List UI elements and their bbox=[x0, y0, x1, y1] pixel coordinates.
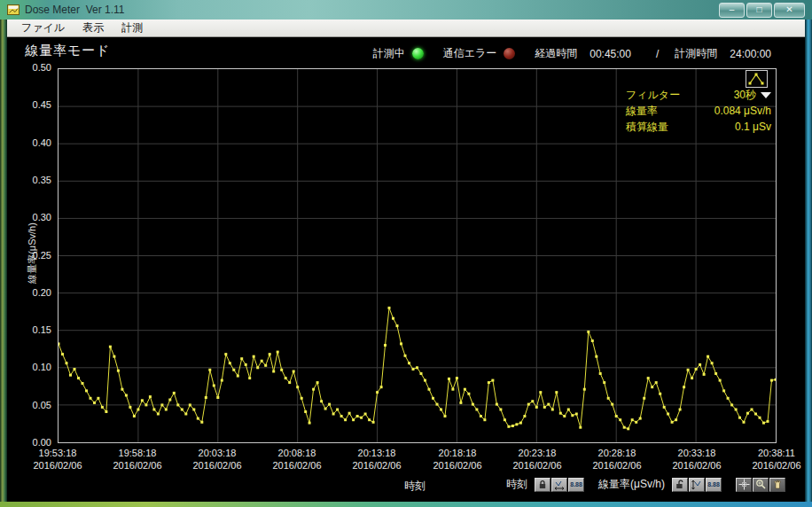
crosshair-icon bbox=[738, 479, 750, 490]
y-scale-label: 線量率(μSv/h) bbox=[598, 477, 665, 492]
total-time-value: 24:00:00 bbox=[730, 48, 771, 60]
close-button[interactable]: ✕ bbox=[774, 3, 805, 18]
status-row: 計測中 通信エラー 経過時間 00:45:00 / 計測時間 24:00:00 bbox=[373, 46, 780, 61]
elapsed-time-value: 00:45:00 bbox=[589, 48, 631, 60]
menu-item-file[interactable]: ファイル bbox=[12, 19, 74, 37]
x-format-button[interactable]: 8.88 bbox=[568, 478, 584, 492]
y-scale-lock-button[interactable] bbox=[672, 478, 688, 492]
pan-tool-button[interactable] bbox=[769, 478, 785, 492]
plot-style-button[interactable] bbox=[746, 70, 768, 88]
line-plot-icon bbox=[746, 71, 767, 87]
graph-palette: 時刻 8.88 線量率(μSv/h) bbox=[506, 477, 785, 492]
menu-bar: ファイル表示計測 bbox=[7, 20, 805, 37]
measuring-label: 計測中 bbox=[373, 46, 405, 61]
comm-error-label: 通信エラー bbox=[443, 46, 497, 61]
app-icon bbox=[7, 4, 20, 15]
comm-error-led-icon bbox=[504, 48, 515, 59]
measuring-led-icon bbox=[412, 48, 424, 59]
lock-open-icon bbox=[675, 480, 685, 490]
lock-closed-icon bbox=[537, 480, 548, 490]
content-area: 線量率モード 計測中 通信エラー 経過時間 00:45:00 / 計測時間 24… bbox=[7, 37, 805, 502]
mode-title: 線量率モード bbox=[25, 43, 111, 59]
zoom-magnifier-icon bbox=[755, 479, 767, 490]
title-bar: Dose Meter Ver 1.11 – □ ✕ bbox=[0, 0, 812, 20]
time-separator: / bbox=[647, 48, 668, 60]
x-scale-lock-button[interactable] bbox=[535, 478, 550, 492]
number-format-icon: 8.88 bbox=[570, 481, 582, 488]
menu-item-measure[interactable]: 計測 bbox=[113, 19, 152, 37]
x-autoscale-button[interactable] bbox=[551, 478, 567, 492]
menu-item-view[interactable]: 表示 bbox=[74, 19, 113, 37]
window-border-left bbox=[0, 20, 7, 502]
minimize-button[interactable]: – bbox=[719, 3, 745, 18]
x-scale-label: 時刻 bbox=[506, 477, 527, 492]
total-time-label: 計測時間 bbox=[675, 46, 717, 61]
maximize-button[interactable]: □ bbox=[746, 3, 772, 18]
y-autoscale-icon bbox=[691, 480, 702, 490]
y-format-button[interactable]: 8.88 bbox=[706, 478, 722, 492]
number-format-icon: 8.88 bbox=[707, 481, 720, 488]
y-autoscale-button[interactable] bbox=[689, 478, 705, 492]
zoom-tool-button[interactable] bbox=[753, 478, 769, 492]
elapsed-time-label: 経過時間 bbox=[535, 46, 577, 61]
window-border-right bbox=[805, 20, 812, 502]
cursor-tool-button[interactable] bbox=[736, 478, 752, 492]
pan-hand-icon bbox=[772, 479, 784, 490]
x-autoscale-icon bbox=[554, 480, 565, 490]
window-border-bottom bbox=[0, 502, 812, 507]
window-title: Dose Meter Ver 1.11 bbox=[25, 4, 125, 16]
